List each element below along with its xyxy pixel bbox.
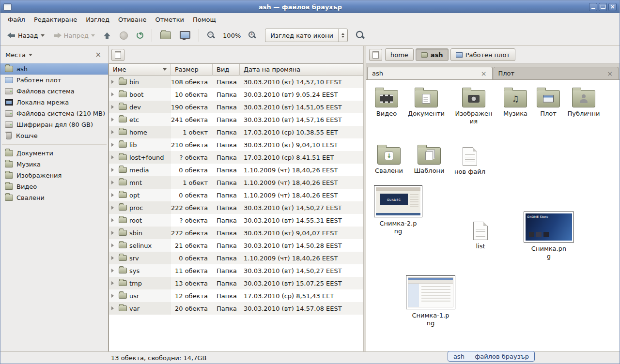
sidebar-item[interactable]: Файлова система bbox=[0, 86, 108, 97]
taskbar-window-button[interactable]: ash — файлов браузър bbox=[448, 351, 535, 362]
menu-file[interactable]: Файл bbox=[3, 15, 30, 25]
tab-close-icon[interactable]: × bbox=[606, 70, 614, 77]
file-icon[interactable]: Публични bbox=[563, 87, 604, 118]
row-expander-icon[interactable] bbox=[111, 294, 116, 298]
zoom-out-button[interactable]: − bbox=[203, 29, 219, 42]
sidebar-item[interactable]: Документи bbox=[0, 148, 108, 159]
file-row[interactable]: boot10 обектаПапка30.03.2010 (вт) 9,05,2… bbox=[109, 88, 363, 101]
file-icon[interactable]: list bbox=[460, 219, 501, 250]
file-row[interactable]: dev190 обектаПапка30.03.2010 (вт) 14,51,… bbox=[109, 101, 363, 113]
file-row[interactable]: var20 обектаПапка30.03.2010 (вт) 14,57,0… bbox=[109, 302, 363, 315]
column-header-modified[interactable]: Дата на промяна bbox=[240, 64, 363, 76]
file-row[interactable]: sbin272 обектаПапка30.03.2010 (вт) 9,04,… bbox=[109, 227, 363, 239]
breadcrumb-button[interactable]: ash bbox=[416, 48, 449, 61]
row-expander-icon[interactable] bbox=[111, 80, 116, 84]
file-row[interactable]: lost+found? обектаПапка17.03.2010 (ср) 8… bbox=[109, 151, 363, 164]
file-icon[interactable]: Изображения bbox=[453, 87, 494, 125]
row-expander-icon[interactable] bbox=[111, 256, 116, 260]
window-menu-icon[interactable] bbox=[3, 3, 12, 11]
file-row[interactable]: lib210 обектаПапка30.03.2010 (вт) 9,04,1… bbox=[109, 138, 363, 151]
file-row[interactable]: media0 обектаПапка1.10.2009 (чт) 18,40,2… bbox=[109, 164, 363, 176]
sidebar-item[interactable]: Локална мрежа bbox=[0, 97, 108, 108]
file-row[interactable]: srv0 обектаПапка1.10.2009 (чт) 18,40,26 … bbox=[109, 252, 363, 264]
view-mode-select[interactable]: Изглед като икони bbox=[265, 29, 348, 42]
file-row[interactable]: opt0 обектаПапка1.10.2009 (чт) 18,40,26 … bbox=[109, 189, 363, 201]
file-row[interactable]: usr12 обектаПапка17.03.2010 (ср) 8,51,43… bbox=[109, 289, 363, 302]
tab-Плот[interactable]: Плот× bbox=[494, 67, 619, 79]
file-row[interactable]: mnt1 обектПапка1.10.2009 (чт) 18,40,26 E… bbox=[109, 176, 363, 189]
file-icon[interactable]: Видео bbox=[366, 87, 407, 118]
row-expander-icon[interactable] bbox=[111, 143, 116, 147]
tab-close-icon[interactable]: × bbox=[480, 70, 488, 77]
sidebar-close-button[interactable]: × bbox=[93, 51, 103, 59]
row-expander-icon[interactable] bbox=[111, 155, 116, 159]
minimize-button[interactable] bbox=[589, 3, 597, 11]
column-header-type[interactable]: Вид bbox=[213, 64, 240, 76]
row-expander-icon[interactable] bbox=[111, 269, 116, 273]
row-expander-icon[interactable] bbox=[111, 193, 116, 197]
sidebar-item[interactable]: Шифриран дял (80 GB) bbox=[0, 119, 108, 130]
row-expander-icon[interactable] bbox=[111, 243, 116, 247]
menu-go[interactable]: Отиване bbox=[114, 15, 151, 25]
back-button[interactable]: Назад bbox=[3, 29, 48, 42]
row-expander-icon[interactable] bbox=[111, 281, 116, 285]
menu-view[interactable]: Изглед bbox=[81, 15, 114, 25]
menu-help[interactable]: Помощ bbox=[188, 15, 220, 25]
breadcrumb-button[interactable]: Работен плот bbox=[450, 48, 515, 61]
sidebar-item[interactable]: ash bbox=[0, 63, 108, 75]
column-header-size[interactable]: Размер bbox=[171, 64, 213, 76]
zoom-in-button[interactable]: + bbox=[245, 29, 260, 42]
file-row[interactable]: sys11 обектаПапка30.03.2010 (вт) 14,50,2… bbox=[109, 264, 363, 277]
places-selector-caret-icon[interactable] bbox=[29, 54, 32, 56]
tab-ash[interactable]: ash× bbox=[367, 67, 493, 79]
row-expander-icon[interactable] bbox=[111, 181, 116, 184]
file-row[interactable]: etc241 обектаПапка30.03.2010 (вт) 14,57,… bbox=[109, 113, 363, 126]
search-button[interactable] bbox=[353, 29, 368, 42]
row-expander-icon[interactable] bbox=[111, 105, 116, 109]
row-expander-icon[interactable] bbox=[111, 206, 116, 210]
forward-button[interactable]: Напред bbox=[49, 29, 99, 42]
computer-button[interactable] bbox=[176, 28, 194, 43]
sidebar-item[interactable]: Работен плот bbox=[0, 75, 108, 86]
file-icon[interactable]: GNOME StoreСнимка.png bbox=[522, 212, 575, 260]
file-icon[interactable]: ↓Свалени bbox=[369, 144, 409, 175]
file-icon[interactable]: Плот bbox=[528, 87, 569, 118]
menu-bookmarks[interactable]: Отметки bbox=[151, 15, 188, 25]
up-button[interactable] bbox=[100, 30, 115, 42]
file-icon[interactable]: Снимка-1.png bbox=[404, 275, 457, 327]
sidebar-item[interactable]: Файлова система (210 MB) bbox=[0, 108, 108, 119]
row-expander-icon[interactable] bbox=[111, 168, 116, 172]
reload-button[interactable] bbox=[133, 29, 147, 42]
sidebar-item[interactable]: Музика bbox=[0, 159, 108, 170]
maximize-button[interactable] bbox=[599, 3, 607, 11]
menu-edit[interactable]: Редактиране bbox=[30, 15, 81, 25]
file-row[interactable]: tmp13 обектаПапка30.03.2010 (вт) 15,07,2… bbox=[109, 277, 363, 289]
file-row[interactable]: root? обектаПапка30.03.2010 (вт) 14,55,3… bbox=[109, 214, 363, 227]
sidebar-item[interactable]: Изображения bbox=[0, 170, 108, 181]
places-selector[interactable]: Места bbox=[5, 51, 26, 59]
column-header-name[interactable]: Име bbox=[109, 64, 171, 76]
row-expander-icon[interactable] bbox=[111, 130, 116, 134]
file-row[interactable]: home1 обектПапка17.03.2010 (ср) 10,38,55… bbox=[109, 126, 363, 138]
row-expander-icon[interactable] bbox=[111, 218, 116, 222]
row-expander-icon[interactable] bbox=[111, 92, 116, 96]
file-icon[interactable]: Документи bbox=[406, 87, 447, 118]
breadcrumb-button[interactable]: home bbox=[385, 48, 414, 61]
file-row[interactable]: selinux21 обектаПапка30.03.2010 (вт) 14,… bbox=[109, 239, 363, 252]
file-icon[interactable]: Шаблони bbox=[409, 144, 450, 175]
file-row[interactable]: proc222 обектаПапка30.03.2010 (вт) 14,50… bbox=[109, 201, 363, 214]
location-toggle-button-left[interactable] bbox=[111, 49, 124, 61]
row-expander-icon[interactable] bbox=[111, 306, 116, 310]
file-icon[interactable]: нов файл bbox=[450, 145, 490, 176]
sidebar-item[interactable]: Свалени bbox=[0, 192, 108, 203]
row-expander-icon[interactable] bbox=[111, 118, 116, 121]
stop-button[interactable] bbox=[116, 29, 132, 43]
row-expander-icon[interactable] bbox=[111, 231, 116, 235]
file-icon[interactable]: GUADECСнимка-2.png bbox=[372, 185, 425, 235]
back-history-icon[interactable] bbox=[41, 34, 45, 37]
close-button[interactable]: × bbox=[608, 3, 617, 11]
file-row[interactable]: bin108 обектаПапка30.03.2010 (вт) 14,57,… bbox=[109, 76, 363, 88]
titlebar[interactable]: ash — файлов браузър × bbox=[0, 0, 620, 13]
sidebar-item[interactable]: Видео bbox=[0, 181, 108, 192]
location-toggle-button-right[interactable] bbox=[369, 49, 382, 61]
